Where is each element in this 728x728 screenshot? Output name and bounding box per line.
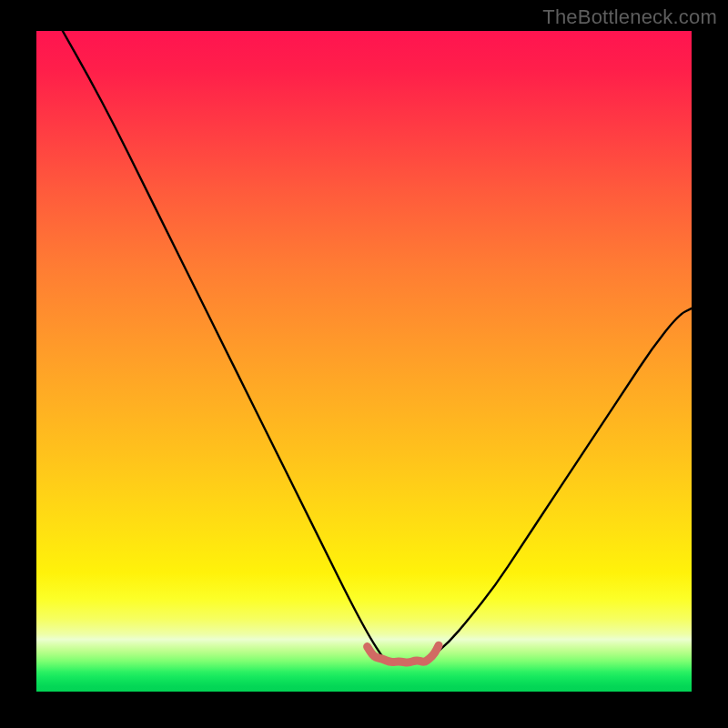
chart-frame: TheBottleneck.com — [0, 0, 728, 728]
series-left-branch — [63, 31, 384, 659]
watermark-text: TheBottleneck.com — [542, 5, 717, 29]
series-min-marker-squiggle — [368, 645, 439, 662]
plot-area — [36, 31, 692, 692]
series-right-branch — [430, 308, 692, 659]
curves-layer — [36, 31, 692, 692]
